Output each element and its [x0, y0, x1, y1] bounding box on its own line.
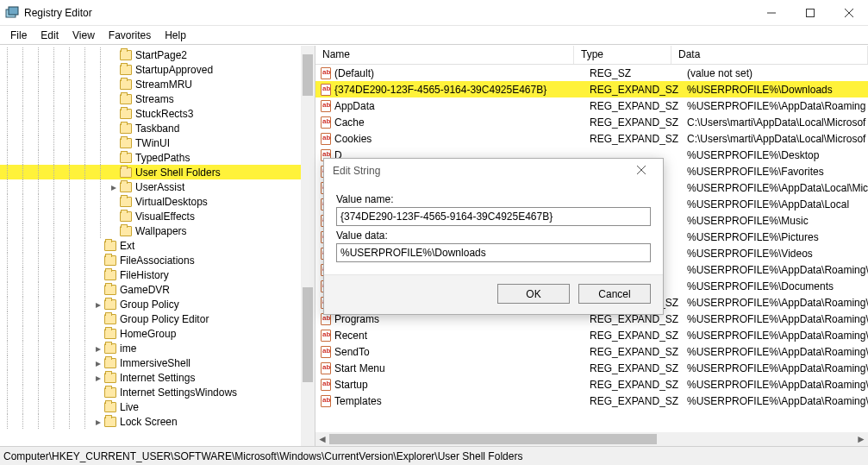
value-row[interactable]: RecentREG_EXPAND_SZ%USERPROFILE%\AppData… — [315, 327, 868, 343]
expander-icon[interactable]: ▸ — [109, 182, 119, 192]
tree-item[interactable]: TypedPaths — [0, 150, 315, 165]
value-row[interactable]: TemplatesREG_EXPAND_SZ%USERPROFILE%\AppD… — [315, 393, 868, 409]
tree-item[interactable]: VisualEffects — [0, 209, 315, 223]
tree-item[interactable]: FileAssociations — [0, 253, 315, 267]
close-button[interactable] — [829, 0, 868, 26]
expander-icon[interactable] — [109, 79, 119, 90]
value-row[interactable]: CacheREG_EXPAND_SZC:\Users\marti\AppData… — [315, 114, 868, 130]
value-type: REG_EXPAND_SZ — [590, 346, 687, 358]
tree-item[interactable]: Live — [0, 399, 315, 414]
cancel-button[interactable]: Cancel — [578, 284, 651, 304]
expander-icon[interactable] — [109, 226, 119, 236]
value-name-input[interactable] — [336, 207, 651, 226]
tree-item[interactable]: User Shell Folders — [0, 165, 315, 179]
expander-icon[interactable] — [93, 329, 103, 339]
menu-edit[interactable]: Edit — [34, 28, 66, 43]
status-path: Computer\HKEY_CURRENT_USER\SOFTWARE\Micr… — [3, 450, 522, 462]
tree-item[interactable]: Wallpapers — [0, 223, 315, 238]
menu-help[interactable]: Help — [158, 28, 193, 43]
tree-item[interactable]: Internet SettingsWindows — [0, 385, 315, 399]
expander-icon[interactable] — [109, 211, 119, 222]
expander-icon[interactable] — [109, 153, 119, 163]
expander-icon[interactable] — [109, 65, 119, 75]
folder-icon — [104, 241, 116, 251]
tree-item[interactable]: ▸Internet Settings — [0, 370, 315, 385]
scrollbar-thumb[interactable] — [329, 434, 657, 444]
horizontal-scrollbar[interactable]: ◄ ► — [315, 432, 868, 446]
tree-item[interactable]: StreamMRU — [0, 77, 315, 91]
menu-file[interactable]: File — [3, 28, 34, 43]
value-row[interactable]: StartupREG_EXPAND_SZ%USERPROFILE%\AppDat… — [315, 376, 868, 393]
expander-icon[interactable]: ▸ — [93, 299, 103, 310]
column-header-data[interactable]: Data — [671, 46, 868, 64]
expander-icon[interactable] — [93, 255, 103, 266]
ok-button[interactable]: OK — [497, 284, 570, 304]
folder-icon — [120, 182, 132, 192]
tree-item[interactable]: FileHistory — [0, 267, 315, 282]
tree-item[interactable]: StartPage2 — [0, 47, 315, 62]
tree-item[interactable]: GameDVR — [0, 282, 315, 297]
value-row[interactable]: CookiesREG_EXPAND_SZC:\Users\marti\AppDa… — [315, 130, 868, 147]
menu-favorites[interactable]: Favorites — [102, 28, 158, 43]
folder-icon — [104, 255, 116, 266]
scrollbar-thumb[interactable] — [303, 287, 313, 382]
tree-item-label: Internet Settings — [120, 372, 195, 384]
tree-item-label: FileAssociations — [120, 254, 195, 267]
tree-item-label: HomeGroup — [120, 328, 176, 340]
tree-scrollbar[interactable] — [301, 46, 315, 446]
column-header-type[interactable]: Type — [574, 46, 671, 64]
tree-item[interactable]: ▸ime — [0, 341, 315, 355]
folder-icon — [120, 226, 132, 236]
value-row[interactable]: SendToREG_EXPAND_SZ%USERPROFILE%\AppData… — [315, 343, 868, 360]
expander-icon[interactable]: ▸ — [93, 417, 103, 427]
expander-icon[interactable] — [93, 387, 103, 398]
expander-icon[interactable]: ▸ — [93, 343, 103, 354]
tree-item-label: Lock Screen — [120, 416, 178, 428]
expander-icon[interactable] — [109, 167, 119, 178]
tree-item[interactable]: ▸ImmersiveShell — [0, 355, 315, 370]
folder-icon — [104, 358, 116, 368]
expander-icon[interactable]: ▸ — [93, 358, 103, 368]
value-row[interactable]: AppDataREG_EXPAND_SZ%USERPROFILE%\AppDat… — [315, 97, 868, 114]
tree-item[interactable]: Group Policy Editor — [0, 311, 315, 326]
expander-icon[interactable] — [93, 270, 103, 280]
dialog-close-button[interactable] — [628, 165, 654, 177]
tree-item[interactable]: Ext — [0, 238, 315, 253]
tree-item[interactable]: StartupApproved — [0, 62, 315, 77]
folder-icon — [104, 299, 116, 310]
expander-icon[interactable] — [109, 197, 119, 207]
expander-icon[interactable]: ▸ — [93, 373, 103, 383]
tree-item-label: Internet SettingsWindows — [120, 386, 237, 399]
tree-item[interactable]: StuckRects3 — [0, 106, 315, 121]
expander-icon[interactable] — [93, 241, 103, 251]
value-row[interactable]: {374DE290-123F-4565-9164-39C4925E467B}RE… — [315, 81, 868, 97]
tree-item[interactable]: VirtualDesktops — [0, 194, 315, 209]
expander-icon[interactable] — [109, 138, 119, 148]
value-data-input[interactable] — [336, 243, 651, 262]
value-data: %USERPROFILE%\AppData\Roaming — [687, 100, 868, 112]
expander-icon[interactable] — [109, 123, 119, 134]
minimize-button[interactable] — [752, 0, 790, 26]
expander-icon[interactable] — [109, 94, 119, 104]
expander-icon[interactable] — [109, 109, 119, 119]
scrollbar-thumb[interactable] — [303, 54, 313, 96]
menu-view[interactable]: View — [66, 28, 102, 43]
tree-item[interactable]: ▸UserAssist — [0, 179, 315, 194]
tree-item[interactable]: ▸Group Policy — [0, 297, 315, 311]
value-row[interactable]: (Default)REG_SZ(value not set) — [315, 65, 868, 81]
expander-icon[interactable] — [109, 50, 119, 60]
value-name: SendTo — [334, 346, 590, 358]
tree-item[interactable]: HomeGroup — [0, 326, 315, 341]
scroll-left-icon[interactable]: ◄ — [315, 432, 329, 446]
tree-item[interactable]: ▸Lock Screen — [0, 414, 315, 429]
tree-item[interactable]: TWinUI — [0, 135, 315, 150]
value-row[interactable]: Start MenuREG_EXPAND_SZ%USERPROFILE%\App… — [315, 360, 868, 376]
expander-icon[interactable] — [93, 402, 103, 412]
column-header-name[interactable]: Name — [315, 46, 574, 64]
expander-icon[interactable] — [93, 285, 103, 295]
expander-icon[interactable] — [93, 314, 103, 324]
tree-item[interactable]: Taskband — [0, 121, 315, 135]
scroll-right-icon[interactable]: ► — [854, 432, 868, 446]
tree-item[interactable]: Streams — [0, 91, 315, 106]
maximize-button[interactable] — [790, 0, 829, 26]
